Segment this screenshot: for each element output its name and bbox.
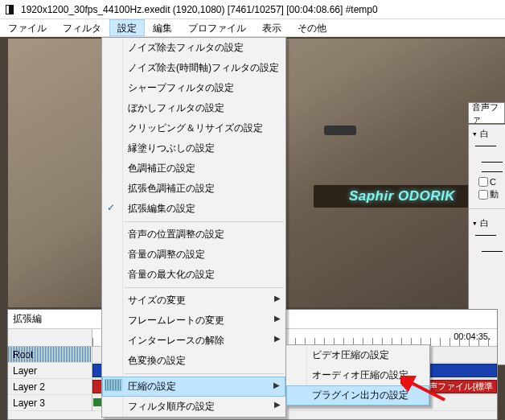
mi-max-vol[interactable]: 音量の最大化の設定: [102, 265, 285, 285]
track-layer-2[interactable]: Layer 2: [8, 379, 92, 395]
mi-audio-pos[interactable]: 音声の位置調整の設定: [102, 224, 285, 245]
chevron-right-icon: ▶: [273, 381, 280, 389]
menu-settings[interactable]: 設定: [109, 19, 145, 36]
app-icon: [3, 3, 16, 16]
check-icon: ✓: [107, 202, 115, 213]
mi-color-conv[interactable]: 色変換の設定: [102, 351, 285, 371]
tree-toggle-1[interactable]: ▾: [472, 129, 478, 139]
menubar: ファイル フィルタ 設定 編集 プロファイル 表示 その他: [0, 19, 505, 37]
settings-dropdown: ノイズ除去フィルタの設定 ノイズ除去(時間軸)フィルタの設定 シャープフィルタの…: [101, 37, 286, 418]
mi-sharp[interactable]: シャープフィルタの設定: [102, 78, 285, 98]
chevron-right-icon: ▶: [274, 314, 281, 323]
mi-noise-time[interactable]: ノイズ除去(時間軸)フィルタの設定: [102, 58, 285, 78]
chk-d[interactable]: [478, 190, 488, 200]
annotation-arrow: [400, 376, 449, 403]
svg-line-2: [407, 381, 445, 400]
mi-ext-color[interactable]: 拡張色調補正の設定: [102, 179, 285, 199]
sign-overlay: Saphir ODORIK: [314, 185, 491, 208]
audio-panel-title: 音声ファ: [468, 102, 505, 123]
separator: [125, 373, 284, 374]
mi-clip-resize[interactable]: クリッピング＆リサイズの設定: [102, 118, 285, 138]
mi-color-correct[interactable]: 色調補正の設定: [102, 159, 285, 179]
menu-edit[interactable]: 編集: [145, 19, 180, 36]
menu-file[interactable]: ファイル: [0, 19, 55, 36]
mi-blur[interactable]: ぼかしフィルタの設定: [102, 98, 285, 118]
sign-text: Saphir ODORIK: [349, 188, 455, 204]
mi-volume[interactable]: 音量の調整の設定: [102, 245, 285, 265]
hatch-icon: [105, 379, 122, 391]
mi-deinterlace[interactable]: インターレースの解除▶: [102, 331, 285, 351]
track-layer-3[interactable]: Layer 3: [8, 395, 92, 411]
track-root[interactable]: Root: [8, 347, 92, 363]
chevron-right-icon: ▶: [274, 400, 281, 409]
mi-fill[interactable]: 縁塗りつぶしの設定: [102, 138, 285, 159]
mi-compress[interactable]: 圧縮の設定▶: [102, 377, 285, 397]
mi-resize[interactable]: サイズの変更▶: [102, 290, 285, 311]
chevron-right-icon: ▶: [274, 294, 281, 303]
menu-view[interactable]: 表示: [254, 19, 289, 36]
svg-rect-1: [6, 6, 9, 14]
chevron-right-icon: ▶: [274, 334, 281, 343]
mi-filter-order[interactable]: フィルタ順序の設定▶: [102, 397, 285, 417]
window-title: 1920x1200_30fps_44100Hz.exedit (1920,108…: [21, 4, 378, 15]
menu-profile[interactable]: プロファイル: [180, 19, 254, 36]
tree-toggle-2[interactable]: ▾: [472, 218, 478, 229]
mi-ext-edit[interactable]: ✓拡張編集の設定: [102, 199, 285, 219]
separator: [125, 287, 284, 288]
chk-c[interactable]: [478, 177, 488, 187]
separator: [125, 221, 284, 222]
menu-filter[interactable]: フィルタ: [55, 19, 109, 36]
mi-framerate[interactable]: フレームレートの変更▶: [102, 311, 285, 331]
track-layer-1[interactable]: Layer: [8, 363, 92, 379]
mi-noise-filter[interactable]: ノイズ除去フィルタの設定: [102, 38, 285, 58]
window-titlebar: 1920x1200_30fps_44100Hz.exedit (1920,108…: [0, 0, 505, 19]
menu-other[interactable]: その他: [289, 19, 335, 36]
sm-video-compress[interactable]: ビデオ圧縮の設定: [286, 345, 429, 365]
